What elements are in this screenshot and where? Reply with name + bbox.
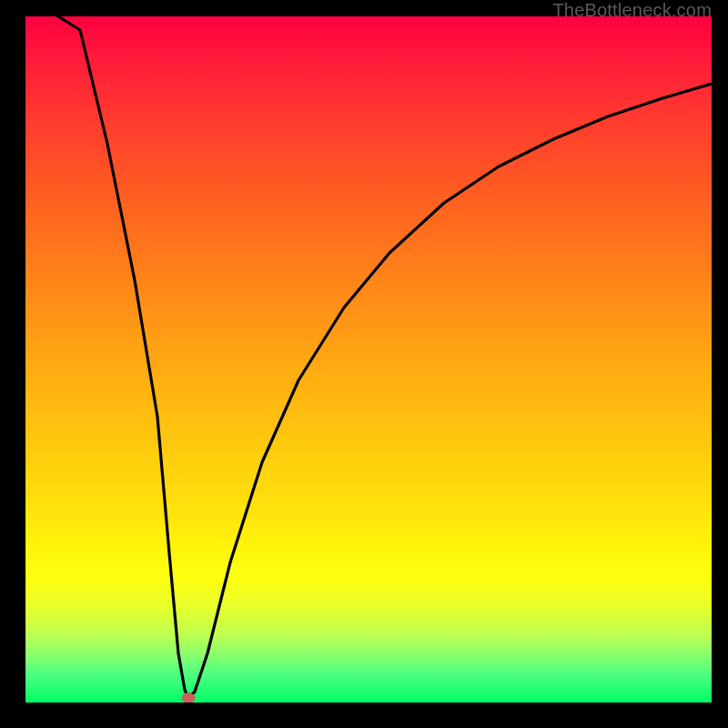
watermark-text: TheBottleneck.com [552,0,712,21]
chart-container: TheBottleneck.com [0,0,728,728]
gradient-plot-background [25,16,712,703]
